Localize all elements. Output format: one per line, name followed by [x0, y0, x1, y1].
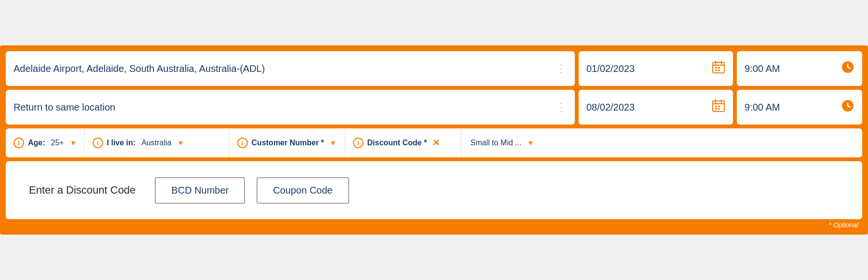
return-clock-icon: [841, 99, 854, 115]
pickup-location-box[interactable]: Adelaide Airport, Adelaide, South Austra…: [6, 51, 575, 86]
size-value: Small to Mid ...: [471, 139, 522, 147]
location-sep-icon: ⋮: [556, 62, 567, 75]
age-value: 25+: [51, 139, 64, 147]
live-label: I live in:: [107, 139, 136, 147]
return-calendar-icon: [712, 99, 725, 115]
filter-row: i Age: 25+ ▼ i I live in: Australia ▼ i …: [6, 128, 862, 157]
return-time-box[interactable]: 9:00 AM: [737, 90, 862, 125]
pickup-time-box[interactable]: 9:00 AM: [737, 51, 862, 86]
return-location-text: Return to same location: [14, 102, 115, 113]
discount-filter[interactable]: i Discount Code * ✕: [345, 128, 461, 157]
discount-close-icon[interactable]: ✕: [433, 138, 440, 148]
svg-rect-15: [715, 106, 717, 107]
live-filter[interactable]: i I live in: Australia ▼: [85, 128, 230, 157]
svg-rect-7: [718, 70, 720, 71]
pickup-calendar-icon: [712, 60, 725, 77]
pickup-time-text: 9:00 AM: [745, 63, 780, 74]
coupon-code-button[interactable]: Coupon Code: [257, 177, 349, 204]
discount-panel: Enter a Discount Code BCD Number Coupon …: [6, 161, 862, 219]
pickup-location-text: Adelaide Airport, Adelaide, South Austra…: [14, 63, 265, 74]
return-date-box[interactable]: 08/02/2023: [579, 90, 733, 125]
optional-label: * Optional: [829, 221, 858, 229]
svg-rect-16: [718, 106, 720, 107]
size-chevron-icon: ▼: [527, 139, 534, 147]
svg-rect-17: [715, 108, 717, 110]
svg-rect-5: [718, 67, 720, 69]
return-row: Return to same location ⋮ 08/02/2023 9:0…: [6, 90, 862, 125]
return-location-box[interactable]: Return to same location ⋮: [6, 90, 575, 125]
svg-rect-18: [718, 108, 720, 110]
live-value: Australia: [141, 139, 171, 147]
customer-filter[interactable]: i Customer Number * ▼: [230, 128, 345, 157]
size-filter[interactable]: Small to Mid ... ▼: [461, 128, 862, 157]
return-sep-icon: ⋮: [556, 100, 567, 114]
live-chevron-icon: ▼: [177, 139, 184, 147]
bcd-number-button[interactable]: BCD Number: [155, 177, 245, 204]
svg-rect-4: [715, 67, 717, 69]
age-info-icon[interactable]: i: [14, 138, 24, 148]
age-filter[interactable]: i Age: 25+ ▼: [6, 128, 85, 157]
pickup-row: Adelaide Airport, Adelaide, South Austra…: [6, 51, 862, 86]
pickup-date-box[interactable]: 01/02/2023: [579, 51, 733, 86]
return-time-text: 9:00 AM: [745, 102, 780, 113]
age-chevron-icon: ▼: [70, 139, 77, 147]
discount-label: Discount Code *: [367, 139, 427, 147]
discount-info-icon[interactable]: i: [353, 138, 364, 148]
customer-chevron-icon: ▼: [330, 139, 337, 147]
main-container: Adelaide Airport, Adelaide, South Austra…: [0, 45, 868, 235]
customer-info-icon[interactable]: i: [237, 138, 248, 148]
age-label: Age:: [28, 139, 45, 147]
discount-prompt: Enter a Discount Code: [29, 184, 136, 196]
svg-rect-6: [715, 70, 717, 71]
pickup-date-text: 01/02/2023: [586, 63, 635, 74]
return-date-text: 08/02/2023: [586, 102, 635, 113]
pickup-clock-icon: [841, 60, 854, 77]
customer-label: Customer Number *: [252, 139, 324, 147]
optional-row: * Optional: [6, 219, 862, 229]
live-info-icon[interactable]: i: [93, 138, 103, 148]
